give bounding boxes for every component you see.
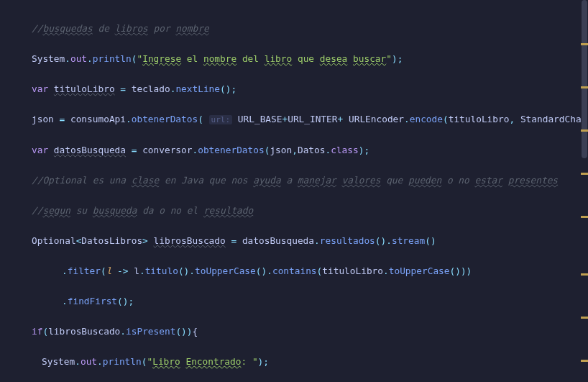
scrollbar-marker[interactable] bbox=[581, 216, 588, 218]
scrollbar-thumb[interactable] bbox=[582, 0, 587, 158]
scrollbar-marker[interactable] bbox=[581, 129, 588, 132]
code-line: .findFirst(); bbox=[6, 294, 588, 309]
scrollbar-marker[interactable] bbox=[581, 273, 588, 276]
scrollbar-marker[interactable] bbox=[581, 173, 588, 175]
code-line: .filter(l -> l.titulo().toUpperCase().co… bbox=[6, 263, 588, 278]
code-line: //Optional es una clase en Java que nos … bbox=[6, 173, 588, 188]
scrollbar-marker[interactable] bbox=[581, 360, 588, 362]
code-line: if(librosBuscado.isPresent()){ bbox=[6, 324, 588, 339]
code-line: //segun su busqueda da o no el resultado bbox=[6, 203, 588, 218]
code-line: //busquedas de libros por nombre bbox=[6, 21, 588, 36]
code-editor[interactable]: //busquedas de libros por nombre System.… bbox=[0, 0, 588, 382]
code-line: System.out.println("Ingrese el nombre de… bbox=[6, 51, 588, 66]
scrollbar-marker[interactable] bbox=[581, 86, 588, 88]
scrollbar[interactable] bbox=[581, 0, 588, 382]
scrollbar-marker[interactable] bbox=[581, 43, 588, 45]
parameter-hint: url: bbox=[209, 115, 233, 124]
scrollbar-marker[interactable] bbox=[581, 317, 588, 319]
code-line: System.out.println("Libro Encontrado: ")… bbox=[6, 354, 588, 369]
code-line: Optional<DatosLibros> librosBuscado = da… bbox=[6, 233, 588, 248]
code-line: var tituloLibro = teclado.nextLine(); bbox=[6, 81, 588, 96]
code-line: var datosBusqueda = conversor.obtenerDat… bbox=[6, 142, 588, 158]
code-line: json = consumoApi.obtenerDatos( url: URL… bbox=[6, 112, 588, 127]
